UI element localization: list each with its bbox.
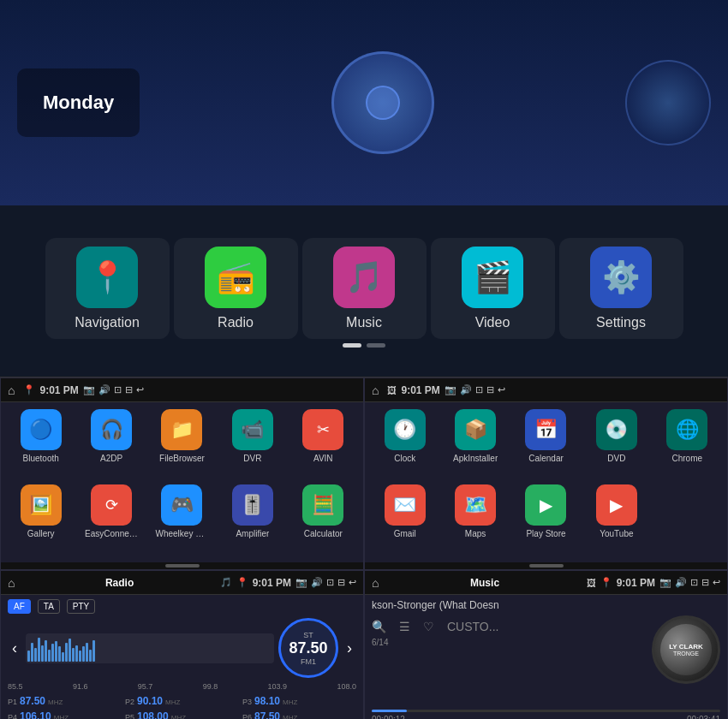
- freq-103: 103.9: [268, 682, 288, 691]
- preset-p4[interactable]: P4 106.10 MHZ: [8, 710, 122, 719]
- music-progress-fill: [372, 710, 407, 712]
- app-wheelkey[interactable]: 🎮 Wheelkey St...: [149, 484, 215, 556]
- q1-app-grid: 🔵 Bluetooth 🎧 A2DP 📁 FileBrowser 📹 DVR ✂…: [1, 402, 363, 562]
- radio-content: AF TA PTY ‹: [1, 595, 363, 719]
- music-custom-label[interactable]: CUSTO...: [447, 620, 498, 633]
- app-a2dp[interactable]: 🎧 A2DP: [78, 409, 144, 480]
- preset-p1-freq: 87.50: [20, 695, 45, 707]
- gmail-label: Gmail: [394, 529, 416, 538]
- preset-p2-mhz: MHZ: [165, 698, 180, 706]
- dot-1: [343, 343, 361, 348]
- top-right-circle: [625, 60, 711, 146]
- preset-p6[interactable]: P6 87.50 MHZ: [242, 710, 356, 719]
- preset-p2[interactable]: P2 90.10 MHZ: [125, 695, 239, 707]
- q3-back-icon[interactable]: ↩: [349, 577, 356, 588]
- dvr-label: DVR: [243, 454, 261, 463]
- q3-screen-icon: ⊡: [326, 577, 334, 588]
- freq-prev-button[interactable]: ‹: [8, 635, 21, 662]
- q4-status-icons: 📷 🔊 ⊡ ⊟ ↩: [659, 577, 720, 588]
- music-label: Music: [346, 315, 382, 330]
- freq-108: 108.0: [337, 682, 356, 691]
- radio-presets: P1 87.50 MHZ P2 90.10 MHZ P3 98.10 MHZ P…: [8, 695, 356, 719]
- freq-91: 91.6: [73, 682, 88, 691]
- app-radio[interactable]: 📻 Radio: [174, 238, 298, 339]
- youtube-label: YouTube: [600, 529, 633, 538]
- calculator-label: Calculator: [304, 529, 343, 538]
- app-filebrowser[interactable]: 📁 FileBrowser: [149, 409, 215, 480]
- app-chrome[interactable]: 🌐 Chrome: [654, 409, 720, 480]
- preset-p5[interactable]: P5 108.00 MHZ: [125, 710, 239, 719]
- radio-tab-ta[interactable]: TA: [38, 599, 60, 614]
- q1-status-icons: 📷 🔊 ⊡ ⊟ ↩: [83, 384, 144, 395]
- radio-freq-display: 87.50: [289, 639, 327, 657]
- app-gallery[interactable]: 🖼️ Gallery: [8, 484, 74, 556]
- q1-back-icon[interactable]: ↩: [136, 384, 144, 395]
- app-easyconnect[interactable]: ⟳ EasyConnect...: [78, 484, 144, 556]
- radio-band-display: FM1: [301, 657, 316, 666]
- q2-home-icon[interactable]: ⌂: [372, 383, 379, 397]
- app-settings[interactable]: ⚙️ Settings: [559, 238, 683, 339]
- music-track-count: 6/14: [372, 638, 388, 647]
- music-progress-bar[interactable]: [372, 710, 720, 712]
- wheelkey-icon: 🎮: [161, 484, 202, 526]
- q1-home-icon[interactable]: ⌂: [8, 383, 15, 397]
- a2dp-icon: 🎧: [91, 409, 132, 450]
- q3-cast-icon: ⊟: [337, 577, 345, 588]
- q4-status-bar: ⌂ Music 🖼 📍 9:01 PM 📷 🔊 ⊡ ⊟ ↩: [365, 571, 727, 595]
- music-list-icon[interactable]: ☰: [399, 620, 410, 633]
- app-dvr[interactable]: 📹 DVR: [219, 409, 285, 480]
- app-clock[interactable]: 🕐 Clock: [372, 409, 438, 480]
- radio-tab-af[interactable]: AF: [8, 599, 31, 614]
- clock-icon: 🕐: [385, 409, 426, 450]
- app-gmail[interactable]: ✉️ Gmail: [372, 484, 438, 556]
- chrome-label: Chrome: [672, 454, 703, 463]
- bar3: [34, 648, 37, 662]
- app-avin[interactable]: ✂ AVIN: [290, 409, 356, 480]
- q1-vol-icon: 🔊: [98, 384, 110, 395]
- q4-back-icon[interactable]: ↩: [713, 577, 720, 588]
- app-navigation[interactable]: 📍 Navigation: [45, 238, 170, 339]
- preset-p3[interactable]: P3 98.10 MHZ: [242, 695, 356, 707]
- q1-status-bar: ⌂ 📍 9:01 PM 📷 🔊 ⊡ ⊟ ↩: [1, 378, 363, 402]
- radio-tab-pty[interactable]: PTY: [67, 599, 95, 614]
- app-dvd[interactable]: 💿 DVD: [583, 409, 649, 480]
- preset-p1[interactable]: P1 87.50 MHZ: [8, 695, 122, 707]
- app-bluetooth[interactable]: 🔵 Bluetooth: [8, 409, 74, 480]
- quadrant-apps-right: ⌂ 🖼 9:01 PM 📷 🔊 ⊡ ⊟ ↩ 🕐 Clock 📦 ApkInsta…: [364, 377, 728, 570]
- navigation-icon: 📍: [76, 247, 138, 308]
- app-music[interactable]: 🎵 Music: [302, 238, 427, 339]
- app-playstore[interactable]: ▶ Play Store: [513, 484, 579, 556]
- app-amplifier[interactable]: 🎚️ Amplifier: [219, 484, 285, 556]
- radio-tabs: AF TA PTY: [8, 599, 356, 614]
- q3-home-icon[interactable]: ⌂: [8, 576, 15, 590]
- q4-home-icon[interactable]: ⌂: [372, 576, 379, 590]
- music-content: kson-Stronger (What Doesn 🔍 ☰ ♡ CUSTO...…: [365, 595, 727, 719]
- q4-title: Music: [387, 577, 582, 589]
- video-label: Video: [475, 315, 510, 330]
- music-track-title: kson-Stronger (What Doesn: [372, 599, 720, 611]
- music-main-area: 🔍 ☰ ♡ CUSTO... 6/14 LY CLARK TRONGE: [372, 615, 720, 705]
- q2-back-icon[interactable]: ↩: [498, 384, 505, 395]
- freq-next-button[interactable]: ›: [343, 635, 356, 662]
- app-calculator[interactable]: 🧮 Calculator: [290, 484, 356, 556]
- app-maps[interactable]: 🗺️ Maps: [442, 484, 508, 556]
- avin-icon: ✂: [302, 409, 343, 450]
- maps-label: Maps: [465, 529, 486, 538]
- quadrants: ⌂ 📍 9:01 PM 📷 🔊 ⊡ ⊟ ↩ 🔵 Bluetooth 🎧 A2DP…: [0, 377, 728, 719]
- app-calendar[interactable]: 📅 Calendar: [513, 409, 579, 480]
- app-apkinstaller[interactable]: 📦 ApkInstaller: [442, 409, 508, 480]
- app-video[interactable]: 🎬 Video: [431, 238, 555, 339]
- q1-cam-icon: 📷: [83, 384, 95, 395]
- q2-cast-icon: ⊟: [486, 384, 494, 395]
- bar11: [62, 652, 64, 662]
- bar7: [48, 650, 51, 662]
- music-heart-icon[interactable]: ♡: [423, 620, 434, 633]
- bar4: [38, 638, 40, 662]
- bar1: [27, 651, 30, 661]
- music-search-icon[interactable]: 🔍: [372, 620, 386, 633]
- quadrant-apps-left: ⌂ 📍 9:01 PM 📷 🔊 ⊡ ⊟ ↩ 🔵 Bluetooth 🎧 A2DP…: [0, 377, 364, 570]
- app-youtube[interactable]: ▶ YouTube: [583, 484, 649, 556]
- music-album-art: LY CLARK TRONGE: [652, 615, 720, 684]
- q1-cast-icon: ⊟: [125, 384, 133, 395]
- q4-cast-icon: ⊟: [701, 577, 709, 588]
